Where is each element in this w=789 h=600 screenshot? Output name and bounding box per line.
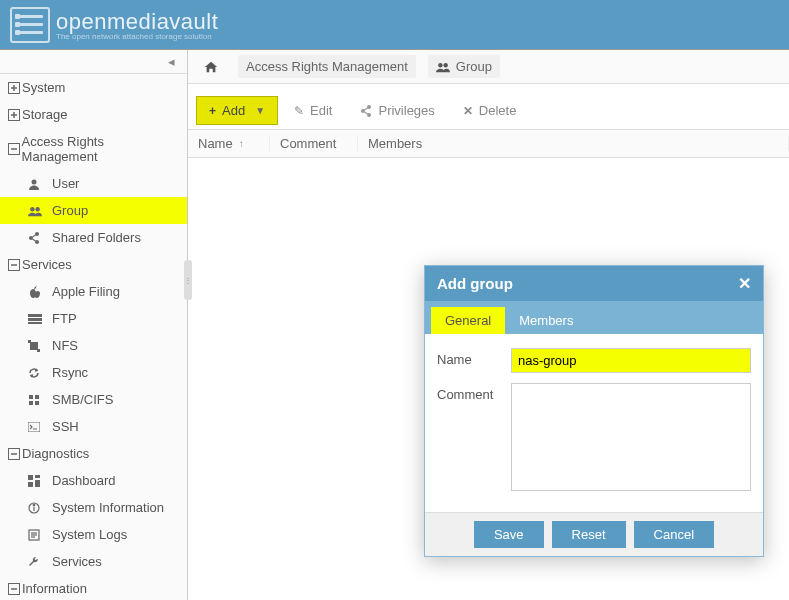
- column-comment[interactable]: Comment: [270, 136, 358, 151]
- sidebar-collapse-toggle[interactable]: ◂: [0, 50, 187, 74]
- svg-point-45: [443, 63, 447, 67]
- delete-label: Delete: [479, 103, 517, 118]
- smb-icon: [28, 394, 44, 406]
- column-name[interactable]: Name ↑: [188, 136, 270, 151]
- add-button[interactable]: + Add ▼: [196, 96, 278, 125]
- svg-rect-23: [37, 349, 40, 352]
- collapse-icon: [8, 143, 22, 155]
- name-label: Name: [437, 348, 511, 367]
- sidebar-label: Access Rights Management: [22, 134, 179, 164]
- sidebar-item-nfs[interactable]: NFS: [0, 332, 187, 359]
- group-icon: [436, 61, 450, 73]
- edit-button[interactable]: ✎ Edit: [282, 97, 344, 124]
- svg-rect-24: [29, 395, 33, 399]
- sort-asc-icon: ↑: [239, 138, 244, 149]
- breadcrumb-group[interactable]: Group: [428, 55, 500, 78]
- sidebar-label: System: [22, 80, 65, 95]
- svg-rect-28: [28, 422, 40, 432]
- sidebar-label: Information: [22, 581, 87, 596]
- sidebar-item-label: User: [52, 176, 79, 191]
- breadcrumb-label: Access Rights Management: [246, 59, 408, 74]
- plus-icon: +: [209, 104, 216, 118]
- sidebar-item-label: FTP: [52, 311, 77, 326]
- app-header: openmediavault The open network attached…: [0, 0, 789, 50]
- sidebar-item-shared-folders[interactable]: Shared Folders: [0, 224, 187, 251]
- expand-icon: [8, 82, 22, 94]
- delete-button[interactable]: ✕ Delete: [451, 97, 529, 124]
- comment-label: Comment: [437, 383, 511, 402]
- sidebar-item-label: Services: [52, 554, 102, 569]
- apple-icon: [28, 286, 44, 298]
- add-label: Add: [222, 103, 245, 118]
- svg-line-49: [365, 108, 368, 110]
- sidebar-label: Diagnostics: [22, 446, 89, 461]
- dialog-tabs: General Members: [425, 301, 763, 334]
- sidebar-item-ftp[interactable]: FTP: [0, 305, 187, 332]
- sidebar-item-label: System Logs: [52, 527, 127, 542]
- svg-point-10: [35, 207, 39, 211]
- sidebar-item-label: System Information: [52, 500, 164, 515]
- sidebar-item-services[interactable]: Services: [0, 548, 187, 575]
- splitter-handle[interactable]: ⋮: [184, 260, 192, 300]
- sidebar-item-dashboard[interactable]: Dashboard: [0, 467, 187, 494]
- edit-label: Edit: [310, 103, 332, 118]
- svg-rect-34: [28, 482, 33, 487]
- collapse-icon: [8, 259, 22, 271]
- sidebar-section-information[interactable]: Information: [0, 575, 187, 600]
- sidebar-item-smb-cifs[interactable]: SMB/CIFS: [0, 386, 187, 413]
- sidebar-item-label: NFS: [52, 338, 78, 353]
- svg-rect-25: [35, 395, 39, 399]
- svg-line-15: [33, 239, 36, 241]
- sidebar-item-ssh[interactable]: SSH: [0, 413, 187, 440]
- logs-icon: [28, 529, 44, 541]
- toolbar: + Add ▼ ✎ Edit Privileges ✕ Delete: [188, 92, 789, 130]
- sidebar-item-label: SSH: [52, 419, 79, 434]
- save-button[interactable]: Save: [474, 521, 544, 548]
- sidebar-section-access-rights-management[interactable]: Access Rights Management: [0, 128, 187, 170]
- cancel-button[interactable]: Cancel: [634, 521, 714, 548]
- svg-rect-26: [29, 401, 33, 405]
- sidebar-section-system[interactable]: System: [0, 74, 187, 101]
- sidebar-item-apple-filing[interactable]: Apple Filing: [0, 278, 187, 305]
- collapse-icon: [8, 583, 22, 595]
- grid-header: Name ↑ Comment Members: [188, 130, 789, 158]
- collapse-icon: [8, 448, 22, 460]
- svg-line-14: [33, 235, 36, 237]
- dialog-titlebar[interactable]: Add group ✕: [425, 266, 763, 301]
- svg-rect-31: [28, 475, 33, 480]
- svg-rect-18: [28, 314, 42, 317]
- svg-rect-32: [35, 475, 40, 478]
- sidebar-item-system-logs[interactable]: System Logs: [0, 521, 187, 548]
- wrench-icon: [28, 556, 44, 568]
- sidebar-item-rsync[interactable]: Rsync: [0, 359, 187, 386]
- comment-textarea[interactable]: [511, 383, 751, 491]
- name-input[interactable]: [511, 348, 751, 373]
- column-members[interactable]: Members: [358, 136, 789, 151]
- terminal-icon: [28, 422, 44, 432]
- expand-icon: [8, 109, 22, 121]
- sidebar-item-label: SMB/CIFS: [52, 392, 113, 407]
- breadcrumb-arm[interactable]: Access Rights Management: [238, 55, 416, 78]
- reset-button[interactable]: Reset: [552, 521, 626, 548]
- sidebar-item-label: Group: [52, 203, 88, 218]
- sidebar-section-storage[interactable]: Storage: [0, 101, 187, 128]
- sidebar-item-group[interactable]: Group: [0, 197, 187, 224]
- tab-general[interactable]: General: [431, 307, 505, 334]
- info-icon: [28, 502, 44, 514]
- sidebar-item-label: Dashboard: [52, 473, 116, 488]
- rsync-icon: [28, 367, 44, 379]
- close-icon[interactable]: ✕: [738, 274, 751, 293]
- dialog-title-text: Add group: [437, 275, 513, 292]
- tab-members[interactable]: Members: [505, 307, 587, 334]
- sidebar-item-user[interactable]: User: [0, 170, 187, 197]
- svg-rect-33: [35, 480, 40, 487]
- pencil-icon: ✎: [294, 104, 304, 118]
- privileges-button[interactable]: Privileges: [348, 97, 446, 124]
- svg-point-8: [32, 179, 37, 184]
- svg-rect-22: [28, 340, 31, 343]
- sidebar-section-diagnostics[interactable]: Diagnostics: [0, 440, 187, 467]
- sidebar-section-services[interactable]: Services: [0, 251, 187, 278]
- breadcrumb-home[interactable]: [196, 56, 226, 78]
- sidebar-item-system-information[interactable]: System Information: [0, 494, 187, 521]
- svg-point-9: [30, 207, 34, 211]
